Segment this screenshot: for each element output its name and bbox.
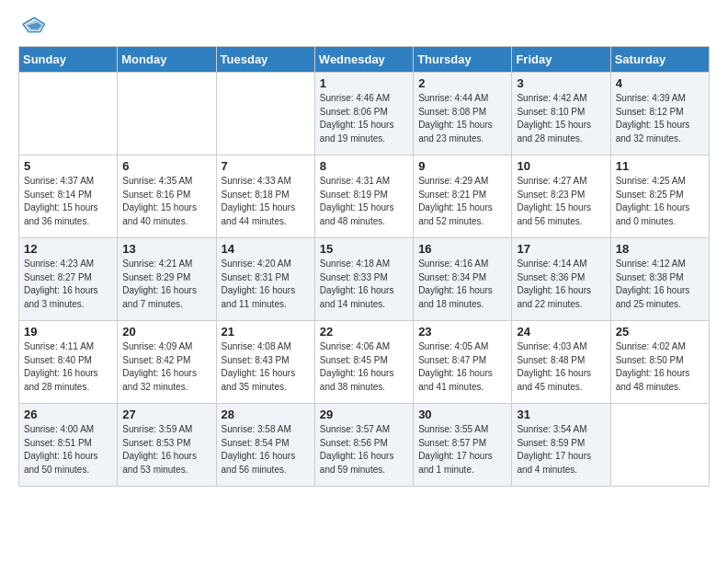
- logo-icon: [20, 15, 46, 35]
- calendar-cell: [19, 73, 118, 155]
- day-number: 21: [222, 325, 310, 339]
- cell-detail: Sunrise: 4:18 AMSunset: 8:33 PMDaylight:…: [320, 258, 408, 311]
- cell-detail: Sunrise: 4:14 AMSunset: 8:36 PMDaylight:…: [517, 258, 605, 311]
- calendar-cell: 28Sunrise: 3:58 AMSunset: 8:54 PMDayligh…: [216, 404, 314, 487]
- calendar-cell: 26Sunrise: 4:00 AMSunset: 8:51 PMDayligh…: [19, 404, 118, 487]
- header: [18, 15, 710, 35]
- cell-detail: Sunrise: 3:55 AMSunset: 8:57 PMDaylight:…: [418, 423, 506, 477]
- calendar-cell: 29Sunrise: 3:57 AMSunset: 8:56 PMDayligh…: [314, 404, 413, 487]
- cell-detail: Sunrise: 4:46 AMSunset: 8:06 PMDaylight:…: [320, 92, 408, 145]
- calendar-cell: 13Sunrise: 4:21 AMSunset: 8:29 PMDayligh…: [118, 238, 216, 321]
- week-row-5: 26Sunrise: 4:00 AMSunset: 8:51 PMDayligh…: [19, 404, 710, 487]
- calendar-cell: 8Sunrise: 4:31 AMSunset: 8:19 PMDaylight…: [314, 155, 413, 238]
- weekday-header-row: SundayMondayTuesdayWednesdayThursdayFrid…: [19, 47, 710, 73]
- calendar-cell: 5Sunrise: 4:37 AMSunset: 8:14 PMDaylight…: [19, 155, 118, 238]
- day-number: 5: [24, 159, 112, 173]
- cell-detail: Sunrise: 4:37 AMSunset: 8:14 PMDaylight:…: [24, 175, 112, 228]
- day-number: 29: [320, 408, 408, 421]
- day-number: 11: [616, 159, 704, 173]
- calendar-cell: 16Sunrise: 4:16 AMSunset: 8:34 PMDayligh…: [414, 238, 512, 321]
- day-number: 1: [320, 76, 408, 90]
- cell-detail: Sunrise: 3:58 AMSunset: 8:54 PMDaylight:…: [222, 423, 310, 477]
- cell-detail: Sunrise: 4:29 AMSunset: 8:21 PMDaylight:…: [418, 175, 506, 228]
- cell-detail: Sunrise: 4:39 AMSunset: 8:12 PMDaylight:…: [616, 92, 704, 145]
- calendar-cell: 11Sunrise: 4:25 AMSunset: 8:25 PMDayligh…: [610, 155, 709, 238]
- calendar-cell: 15Sunrise: 4:18 AMSunset: 8:33 PMDayligh…: [314, 238, 413, 321]
- day-number: 25: [616, 325, 704, 339]
- calendar-cell: [118, 73, 216, 155]
- weekday-header-saturday: Saturday: [610, 47, 709, 73]
- cell-detail: Sunrise: 3:54 AMSunset: 8:59 PMDaylight:…: [517, 423, 605, 477]
- calendar-cell: 4Sunrise: 4:39 AMSunset: 8:12 PMDaylight…: [610, 73, 709, 155]
- calendar-cell: 17Sunrise: 4:14 AMSunset: 8:36 PMDayligh…: [512, 238, 610, 321]
- day-number: 7: [222, 159, 310, 173]
- week-row-1: 1Sunrise: 4:46 AMSunset: 8:06 PMDaylight…: [19, 73, 710, 155]
- day-number: 23: [418, 325, 506, 339]
- cell-detail: Sunrise: 4:03 AMSunset: 8:48 PMDaylight:…: [517, 340, 605, 394]
- calendar-cell: 23Sunrise: 4:05 AMSunset: 8:47 PMDayligh…: [414, 321, 512, 404]
- calendar-cell: 1Sunrise: 4:46 AMSunset: 8:06 PMDaylight…: [314, 73, 413, 155]
- week-row-3: 12Sunrise: 4:23 AMSunset: 8:27 PMDayligh…: [19, 238, 710, 321]
- cell-detail: Sunrise: 3:59 AMSunset: 8:53 PMDaylight:…: [122, 423, 210, 477]
- cell-detail: Sunrise: 4:21 AMSunset: 8:29 PMDaylight:…: [122, 258, 210, 311]
- day-number: 9: [418, 159, 506, 173]
- day-number: 16: [418, 242, 506, 256]
- day-number: 13: [122, 242, 210, 256]
- calendar-cell: 7Sunrise: 4:33 AMSunset: 8:18 PMDaylight…: [216, 155, 314, 238]
- day-number: 15: [320, 242, 408, 256]
- day-number: 24: [517, 325, 605, 339]
- day-number: 22: [320, 325, 408, 339]
- cell-detail: Sunrise: 4:31 AMSunset: 8:19 PMDaylight:…: [320, 175, 408, 228]
- weekday-header-wednesday: Wednesday: [314, 47, 413, 73]
- calendar-page: SundayMondayTuesdayWednesdayThursdayFrid…: [0, 0, 728, 501]
- calendar-cell: 14Sunrise: 4:20 AMSunset: 8:31 PMDayligh…: [216, 238, 314, 321]
- day-number: 4: [616, 76, 704, 90]
- calendar-cell: 10Sunrise: 4:27 AMSunset: 8:23 PMDayligh…: [512, 155, 610, 238]
- day-number: 17: [517, 242, 605, 256]
- cell-detail: Sunrise: 3:57 AMSunset: 8:56 PMDaylight:…: [320, 423, 408, 477]
- cell-detail: Sunrise: 4:23 AMSunset: 8:27 PMDaylight:…: [24, 258, 112, 311]
- day-number: 6: [122, 159, 210, 173]
- cell-detail: Sunrise: 4:06 AMSunset: 8:45 PMDaylight:…: [320, 340, 408, 394]
- calendar-cell: 24Sunrise: 4:03 AMSunset: 8:48 PMDayligh…: [512, 321, 610, 404]
- day-number: 14: [222, 242, 310, 256]
- weekday-header-tuesday: Tuesday: [216, 47, 314, 73]
- calendar-cell: 9Sunrise: 4:29 AMSunset: 8:21 PMDaylight…: [414, 155, 512, 238]
- day-number: 2: [418, 76, 506, 90]
- day-number: 30: [418, 408, 506, 421]
- cell-detail: Sunrise: 4:02 AMSunset: 8:50 PMDaylight:…: [616, 340, 704, 394]
- calendar-cell: 20Sunrise: 4:09 AMSunset: 8:42 PMDayligh…: [118, 321, 216, 404]
- weekday-header-friday: Friday: [512, 47, 610, 73]
- cell-detail: Sunrise: 4:16 AMSunset: 8:34 PMDaylight:…: [418, 258, 506, 311]
- calendar-cell: 3Sunrise: 4:42 AMSunset: 8:10 PMDaylight…: [512, 73, 610, 155]
- day-number: 18: [616, 242, 704, 256]
- cell-detail: Sunrise: 4:42 AMSunset: 8:10 PMDaylight:…: [517, 92, 605, 145]
- cell-detail: Sunrise: 4:44 AMSunset: 8:08 PMDaylight:…: [418, 92, 506, 145]
- day-number: 26: [24, 408, 112, 421]
- week-row-4: 19Sunrise: 4:11 AMSunset: 8:40 PMDayligh…: [19, 321, 710, 404]
- calendar-cell: 2Sunrise: 4:44 AMSunset: 8:08 PMDaylight…: [414, 73, 512, 155]
- calendar-cell: 25Sunrise: 4:02 AMSunset: 8:50 PMDayligh…: [610, 321, 709, 404]
- cell-detail: Sunrise: 4:25 AMSunset: 8:25 PMDaylight:…: [616, 175, 704, 228]
- week-row-2: 5Sunrise: 4:37 AMSunset: 8:14 PMDaylight…: [19, 155, 710, 238]
- calendar-cell: [216, 73, 314, 155]
- day-number: 8: [320, 159, 408, 173]
- cell-detail: Sunrise: 4:09 AMSunset: 8:42 PMDaylight:…: [122, 340, 210, 394]
- day-number: 31: [517, 408, 605, 421]
- cell-detail: Sunrise: 4:11 AMSunset: 8:40 PMDaylight:…: [24, 340, 112, 394]
- cell-detail: Sunrise: 4:20 AMSunset: 8:31 PMDaylight:…: [222, 258, 310, 311]
- calendar-table: SundayMondayTuesdayWednesdayThursdayFrid…: [18, 46, 710, 487]
- cell-detail: Sunrise: 4:35 AMSunset: 8:16 PMDaylight:…: [122, 175, 210, 228]
- day-number: 27: [122, 408, 210, 421]
- logo: [18, 15, 48, 35]
- calendar-cell: 31Sunrise: 3:54 AMSunset: 8:59 PMDayligh…: [512, 404, 610, 487]
- day-number: 10: [517, 159, 605, 173]
- day-number: 12: [24, 242, 112, 256]
- calendar-cell: 6Sunrise: 4:35 AMSunset: 8:16 PMDaylight…: [118, 155, 216, 238]
- calendar-cell: 27Sunrise: 3:59 AMSunset: 8:53 PMDayligh…: [118, 404, 216, 487]
- calendar-cell: 18Sunrise: 4:12 AMSunset: 8:38 PMDayligh…: [610, 238, 709, 321]
- day-number: 3: [517, 76, 605, 90]
- weekday-header-sunday: Sunday: [19, 47, 118, 73]
- weekday-header-thursday: Thursday: [414, 47, 512, 73]
- cell-detail: Sunrise: 4:05 AMSunset: 8:47 PMDaylight:…: [418, 340, 506, 394]
